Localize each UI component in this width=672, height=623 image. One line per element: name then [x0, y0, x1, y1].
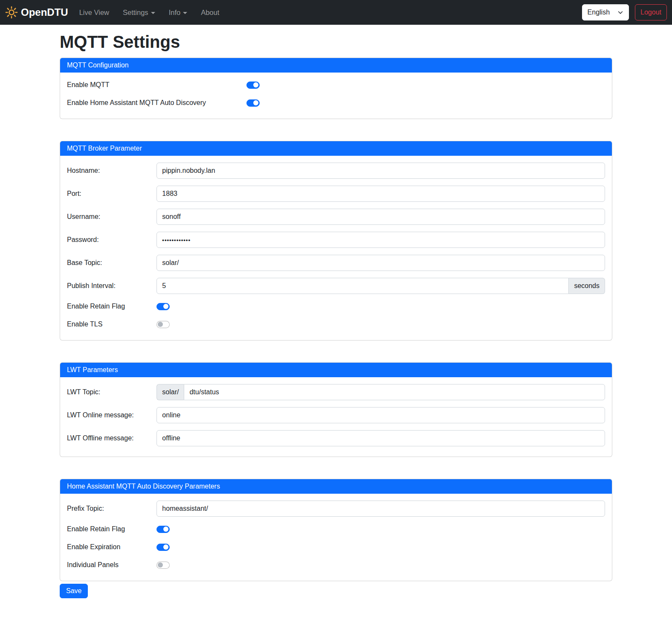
lwt-topic-input[interactable] — [184, 384, 605, 400]
toggle-knob — [163, 527, 168, 532]
publish-interval-row: Publish Interval: seconds — [67, 278, 605, 294]
enable-ha-discovery-label: Enable Home Assistant MQTT Auto Discover… — [67, 99, 246, 107]
enable-expiration-label: Enable Expiration — [67, 543, 156, 551]
lwt-offline-label: LWT Offline message: — [67, 434, 156, 442]
lwt-offline-row: LWT Offline message: — [67, 430, 605, 446]
mqtt-configuration-card: MQTT Configuration Enable MQTT Enable Ho… — [60, 58, 612, 119]
broker-retain-row: Enable Retain Flag — [67, 301, 605, 312]
ha-retain-label: Enable Retain Flag — [67, 525, 156, 533]
card-body: Enable MQTT Enable Home Assistant MQTT A… — [60, 73, 612, 119]
port-label: Port: — [67, 190, 156, 198]
prefix-topic-input[interactable] — [156, 501, 605, 517]
lwt-online-label: LWT Online message: — [67, 411, 156, 419]
password-input[interactable] — [156, 232, 605, 248]
mqtt-broker-card: MQTT Broker Parameter Hostname: Port: Us… — [60, 141, 612, 341]
logout-button[interactable]: Logout — [635, 4, 667, 20]
nav-item-info[interactable]: Info — [165, 5, 191, 20]
card-header: Home Assistant MQTT Auto Discovery Param… — [60, 479, 612, 494]
card-body: LWT Topic: solar/ LWT Online message: LW… — [60, 377, 612, 457]
chevron-down-icon — [617, 9, 623, 15]
main-content: MQTT Settings MQTT Configuration Enable … — [55, 32, 617, 611]
nav-item-label: Live View — [79, 9, 109, 17]
nav-item-live-view[interactable]: Live View — [76, 5, 113, 20]
brand[interactable]: OpenDTU — [5, 6, 68, 19]
card-body: Hostname: Port: Username: Password: — [60, 156, 612, 340]
prefix-topic-row: Prefix Topic: — [67, 501, 605, 517]
publish-interval-label: Publish Interval: — [67, 282, 156, 290]
toggle-knob — [253, 82, 258, 87]
nav-item-about[interactable]: About — [197, 5, 223, 20]
individual-panels-row: Individual Panels — [67, 559, 605, 571]
enable-ha-discovery-row: Enable Home Assistant MQTT Auto Discover… — [67, 97, 605, 108]
enable-tls-toggle[interactable] — [156, 321, 170, 328]
base-topic-row: Base Topic: — [67, 255, 605, 271]
username-input[interactable] — [156, 209, 605, 225]
password-label: Password: — [67, 236, 156, 244]
nav-item-label: Info — [169, 9, 181, 17]
base-topic-label: Base Topic: — [67, 259, 156, 267]
save-button[interactable]: Save — [60, 584, 88, 598]
hostname-row: Hostname: — [67, 163, 605, 179]
lwt-parameters-card: LWT Parameters LWT Topic: solar/ LWT Onl… — [60, 362, 612, 457]
ha-retain-toggle[interactable] — [156, 526, 170, 533]
nav-links: Live View Settings Info About — [76, 5, 582, 20]
lwt-topic-prefix: solar/ — [156, 384, 184, 400]
enable-expiration-toggle[interactable] — [156, 544, 170, 551]
lwt-online-row: LWT Online message: — [67, 407, 605, 423]
toggle-knob — [163, 304, 168, 309]
brand-label: OpenDTU — [21, 6, 68, 18]
card-header: LWT Parameters — [60, 363, 612, 377]
port-row: Port: — [67, 186, 605, 202]
enable-mqtt-label: Enable MQTT — [67, 81, 246, 89]
publish-interval-input[interactable] — [156, 278, 569, 294]
toggle-knob — [158, 322, 163, 327]
language-select-value: English — [588, 9, 610, 16]
username-label: Username: — [67, 213, 156, 221]
chevron-down-icon — [151, 12, 155, 14]
base-topic-input[interactable] — [156, 255, 605, 271]
broker-retain-toggle[interactable] — [156, 303, 170, 310]
lwt-online-input[interactable] — [156, 407, 605, 423]
navbar: OpenDTU Live View Settings Info About En… — [0, 0, 672, 25]
individual-panels-label: Individual Panels — [67, 561, 156, 569]
ha-discovery-card: Home Assistant MQTT Auto Discovery Param… — [60, 479, 612, 581]
navbar-right: English Logout — [582, 4, 667, 20]
enable-mqtt-toggle[interactable] — [246, 82, 260, 89]
prefix-topic-label: Prefix Topic: — [67, 505, 156, 512]
card-header: MQTT Broker Parameter — [60, 141, 612, 156]
lwt-offline-input[interactable] — [156, 430, 605, 446]
page-title: MQTT Settings — [60, 32, 612, 52]
enable-tls-label: Enable TLS — [67, 320, 156, 328]
lwt-topic-row: LWT Topic: solar/ — [67, 384, 605, 400]
enable-ha-discovery-toggle[interactable] — [246, 99, 260, 107]
card-body: Prefix Topic: Enable Retain Flag Enable … — [60, 494, 612, 581]
nav-item-settings[interactable]: Settings — [119, 5, 159, 20]
toggle-knob — [163, 544, 168, 550]
nav-item-label: Settings — [123, 9, 148, 17]
nav-item-label: About — [201, 9, 219, 17]
broker-retain-label: Enable Retain Flag — [67, 303, 156, 310]
ha-retain-row: Enable Retain Flag — [67, 524, 605, 535]
enable-expiration-row: Enable Expiration — [67, 541, 605, 553]
port-input[interactable] — [156, 186, 605, 202]
chevron-down-icon — [183, 12, 187, 14]
username-row: Username: — [67, 209, 605, 225]
enable-tls-row: Enable TLS — [67, 319, 605, 330]
sun-icon — [5, 6, 18, 19]
individual-panels-toggle[interactable] — [156, 562, 170, 569]
toggle-knob — [253, 100, 258, 105]
hostname-label: Hostname: — [67, 167, 156, 175]
toggle-knob — [158, 562, 163, 568]
hostname-input[interactable] — [156, 163, 605, 179]
publish-interval-unit: seconds — [569, 278, 605, 294]
card-header: MQTT Configuration — [60, 58, 612, 73]
password-row: Password: — [67, 232, 605, 248]
language-select[interactable]: English — [582, 4, 629, 20]
lwt-topic-label: LWT Topic: — [67, 388, 156, 396]
enable-mqtt-row: Enable MQTT — [67, 79, 605, 90]
